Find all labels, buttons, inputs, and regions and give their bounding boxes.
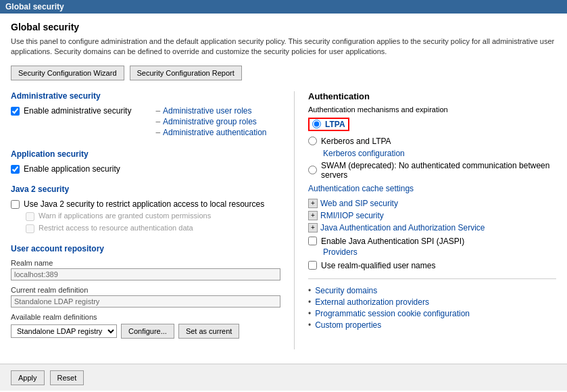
enable-admin-security-label: Enable administrative security: [24, 106, 131, 116]
admin-security-links: Administrative user roles Administrative…: [155, 106, 266, 139]
warn-custom-permissions-label: Warn if applications are granted custom …: [39, 212, 211, 220]
apply-button[interactable]: Apply: [11, 370, 45, 385]
ltpa-radio-container: LTPA: [308, 118, 349, 131]
bottom-links-list: Security domains External authorization …: [308, 286, 556, 330]
enable-app-security-row: Enable application security: [11, 164, 280, 174]
set-as-current-button[interactable]: Set as current: [178, 324, 239, 339]
restrict-auth-data-checkbox[interactable]: [26, 224, 34, 233]
page-title: Global security: [11, 22, 556, 32]
security-wizard-button[interactable]: Security Configuration Wizard: [11, 66, 124, 80]
java-auth-expand-icon[interactable]: +: [308, 223, 318, 232]
bottom-bar: Apply Reset: [0, 364, 567, 391]
enable-jaspi-row: Enable Java Authentication SPI (JASPI): [308, 237, 556, 246]
current-realm-label: Current realm definition: [11, 286, 280, 294]
realm-name-input[interactable]: [11, 268, 280, 280]
admin-security-title: Administrative security: [11, 91, 280, 101]
page-description: Use this panel to configure administrati…: [11, 36, 556, 57]
enable-java2-label: Use Java 2 security to restrict applicat…: [24, 199, 264, 209]
restrict-auth-data-label: Restrict access to resource authenticati…: [39, 224, 193, 232]
available-realms-row: Standalone LDAP registry Configure... Se…: [11, 324, 280, 339]
enable-java2-row: Use Java 2 security to restrict applicat…: [11, 199, 280, 209]
java2-security-section: Java 2 security Use Java 2 security to r…: [11, 185, 280, 233]
external-auth-providers-link[interactable]: External authorization providers: [315, 297, 429, 307]
rmi-iiop-security-link[interactable]: RMI/IIOP security: [320, 211, 384, 220]
swam-label: SWAM (deprecated): No authenticated comm…: [321, 161, 556, 180]
kerberos-radio[interactable]: [308, 137, 317, 145]
authentication-section-title: Authentication: [308, 91, 556, 101]
kerberos-label: Kerberos and LTPA: [321, 137, 391, 146]
admin-security-section: Administrative security Enable administr…: [11, 91, 280, 139]
expandable-items: + Web and SIP security + RMI/IIOP securi…: [308, 199, 556, 232]
realm-name-label: Realm name: [11, 259, 280, 267]
custom-properties-link[interactable]: Custom properties: [315, 320, 381, 330]
enable-java2-checkbox[interactable]: [11, 200, 20, 209]
app-security-title: Application security: [11, 149, 280, 159]
realm-qualified-label: Use realm-qualified user names: [321, 261, 435, 270]
providers-link[interactable]: Providers: [323, 247, 358, 257]
swam-radio-row: SWAM (deprecated): No authenticated comm…: [308, 161, 556, 180]
java-auth-service-row: + Java Authentication and Authorization …: [308, 223, 556, 232]
enable-jaspi-checkbox[interactable]: [308, 237, 317, 245]
enable-admin-security-row: Enable administrative security: [11, 106, 131, 116]
user-account-repo-section: User account repository Realm name Curre…: [11, 244, 280, 339]
admin-user-roles-link[interactable]: Administrative user roles: [163, 106, 251, 116]
programmatic-session-link[interactable]: Programmatic session cookie configuratio…: [315, 309, 470, 318]
admin-authentication-link[interactable]: Administrative authentication: [163, 128, 266, 137]
warn-custom-permissions-checkbox[interactable]: [26, 212, 34, 221]
auth-cache-settings-link[interactable]: Authentication cache settings: [308, 184, 414, 193]
available-realms-label: Available realm definitions: [11, 313, 280, 321]
app-security-section: Application security Enable application …: [11, 149, 280, 174]
security-domains-link[interactable]: Security domains: [315, 286, 377, 295]
java2-security-title: Java 2 security: [11, 185, 280, 194]
realm-qualified-row: Use realm-qualified user names: [308, 261, 556, 270]
reset-button[interactable]: Reset: [50, 370, 84, 385]
title-bar: Global security: [0, 0, 567, 14]
realm-qualified-checkbox[interactable]: [308, 261, 317, 270]
enable-app-security-checkbox[interactable]: [11, 165, 20, 174]
kerberos-radio-row: Kerberos and LTPA: [308, 137, 556, 146]
security-report-button[interactable]: Security Configuration Report: [130, 66, 242, 80]
java-auth-service-link[interactable]: Java Authentication and Authorization Se…: [320, 223, 485, 232]
admin-group-roles-link[interactable]: Administrative group roles: [163, 117, 257, 126]
swam-radio[interactable]: [308, 166, 317, 174]
ltpa-radio[interactable]: [312, 120, 321, 128]
configure-button[interactable]: Configure...: [121, 324, 174, 339]
warn-custom-permissions-row: Warn if applications are granted custom …: [26, 212, 280, 221]
rmi-iiop-expand-icon[interactable]: +: [308, 211, 318, 220]
kerberos-config-link[interactable]: Kerberos configuration: [323, 149, 405, 158]
user-account-repo-title: User account repository: [11, 244, 280, 253]
web-sip-security-link[interactable]: Web and SIP security: [320, 199, 398, 208]
available-realms-select[interactable]: Standalone LDAP registry: [11, 324, 117, 338]
web-sip-expand-icon[interactable]: +: [308, 199, 318, 208]
web-sip-security-row: + Web and SIP security: [308, 199, 556, 208]
enable-admin-security-checkbox[interactable]: [11, 107, 20, 116]
current-realm-input: [11, 295, 280, 308]
enable-jaspi-label: Enable Java Authentication SPI (JASPI): [321, 237, 464, 246]
mechanisms-label: Authentication mechanisms and expiration: [308, 105, 556, 114]
title-bar-label: Global security: [5, 2, 64, 11]
section-divider: [308, 278, 556, 279]
restrict-auth-data-row: Restrict access to resource authenticati…: [26, 224, 280, 233]
enable-app-security-label: Enable application security: [24, 164, 120, 174]
rmi-iiop-security-row: + RMI/IIOP security: [308, 211, 556, 220]
ltpa-label: LTPA: [325, 120, 345, 129]
